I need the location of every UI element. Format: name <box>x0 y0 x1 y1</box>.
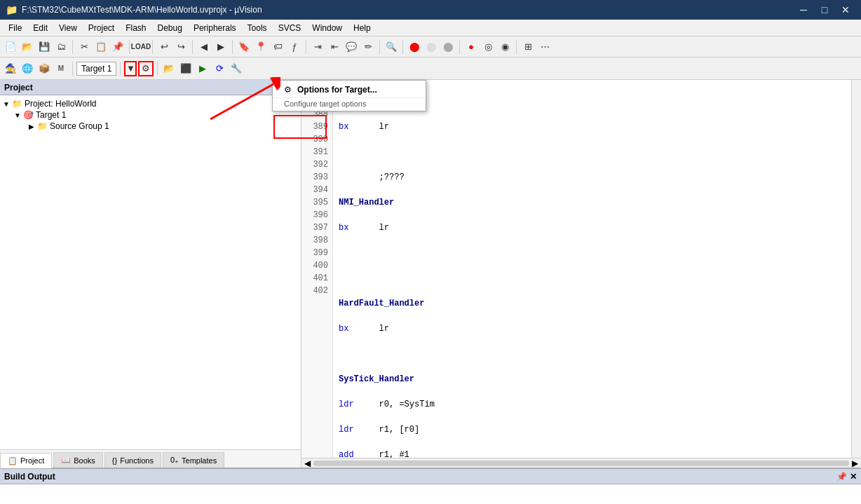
build-output-panel: Build Output 📌 ✕ <box>0 468 861 504</box>
tree-item-source-group[interactable]: ▶ 📁 Source Group 1 <box>0 121 301 132</box>
open-src-btn[interactable]: 📂 <box>161 61 177 76</box>
code-line-390: NMI_Handler <box>339 196 846 209</box>
paste-btn[interactable]: 📌 <box>110 39 126 55</box>
view-btn[interactable]: ⊞ <box>520 39 536 55</box>
tab-books-label: Books <box>74 456 95 465</box>
open-btn[interactable]: 📂 <box>20 39 35 55</box>
dbg-btn[interactable]: ⬤ <box>407 39 422 55</box>
menu-edit[interactable]: Edit <box>27 22 53 34</box>
target-label: Target 1 <box>36 110 66 120</box>
tab-templates[interactable]: 0₊ Templates <box>163 452 224 468</box>
code-content[interactable]: pop {r0 - r3} bx lr ;???? NMI_Handler bx… <box>333 80 851 458</box>
minimize-button[interactable]: ─ <box>794 2 813 18</box>
debug-start-btn[interactable]: 🔧 <box>229 61 244 76</box>
title-bar-left: 📁 F:\STM32\CubeMXtTest\MDK-ARM\HelloWorl… <box>6 4 262 15</box>
build-btn[interactable]: ▶ <box>195 61 210 76</box>
tab-books-icon: 📖 <box>61 456 71 465</box>
manage-btn[interactable]: 📦 <box>36 61 52 76</box>
code-line-387: bx lr <box>339 121 846 133</box>
menu-file[interactable]: File <box>3 22 27 34</box>
project-env-btn[interactable]: 🌐 <box>20 61 35 76</box>
options-for-target-menu-item[interactable]: ⚙ Options for Target... <box>273 82 426 97</box>
func-btn[interactable]: ƒ <box>287 39 302 55</box>
tab-templates-label: Templates <box>182 456 217 465</box>
sep9 <box>459 40 460 54</box>
options-for-target-btn[interactable]: ⚙ <box>138 61 154 76</box>
code-line-389: ;???? <box>339 171 846 184</box>
menu-tools[interactable]: Tools <box>242 22 273 34</box>
tree-item-project[interactable]: ▼ 📁 Project: HelloWorld <box>0 98 301 109</box>
cut-btn[interactable]: ✂ <box>76 39 92 55</box>
title-controls: ─ □ ✕ <box>794 2 855 18</box>
save-all-btn[interactable]: 🗂 <box>53 39 69 55</box>
nav-fwd-btn[interactable]: ▶ <box>213 39 229 55</box>
undo-btn[interactable]: ↩ <box>156 39 172 55</box>
code-line-400: add r1, #1 <box>339 449 846 458</box>
rebuild-btn[interactable]: ⟳ <box>212 61 227 76</box>
tab-project[interactable]: 📋 Project <box>0 453 52 468</box>
sep1 <box>72 40 73 54</box>
expander-project[interactable]: ▼ <box>3 100 10 108</box>
tab-project-label: Project <box>20 456 44 465</box>
run-btn[interactable]: ● <box>463 39 479 55</box>
menu-debug[interactable]: Debug <box>152 22 188 34</box>
menu-project[interactable]: Project <box>83 22 120 34</box>
build-multiproject-btn[interactable]: M <box>53 61 69 76</box>
app-icon: 📁 <box>6 4 18 15</box>
run3-btn[interactable]: ◉ <box>497 39 513 55</box>
load-btn[interactable]: LOAD <box>133 39 149 55</box>
expander-source[interactable]: ▶ <box>28 123 35 130</box>
build-pin-btn[interactable]: 📌 <box>836 472 847 482</box>
run2-btn[interactable]: ◎ <box>480 39 496 55</box>
redo-btn[interactable]: ↪ <box>173 39 189 55</box>
menu-view[interactable]: View <box>53 22 83 34</box>
tab-functions[interactable]: {} Functions <box>104 452 161 468</box>
project-panel-title: Project <box>4 83 33 93</box>
close-src-btn[interactable]: ⬛ <box>178 61 194 76</box>
expander-target[interactable]: ▼ <box>14 111 21 119</box>
scroll-left-btn[interactable]: ◀ <box>304 458 311 468</box>
more-btn[interactable]: ⋯ <box>537 39 552 55</box>
bookmark3-btn[interactable]: 🏷 <box>270 39 285 55</box>
comment-btn[interactable]: 💬 <box>344 39 359 55</box>
bookmark-btn[interactable]: 🔖 <box>236 39 252 55</box>
indent-btn[interactable]: ⇥ <box>310 39 325 55</box>
save-btn[interactable]: 💾 <box>36 39 52 55</box>
maximize-button[interactable]: □ <box>815 2 834 18</box>
build-output-title: Build Output <box>4 472 55 482</box>
source-group-label: Source Group 1 <box>50 121 109 131</box>
tab-books[interactable]: 📖 Books <box>53 452 103 468</box>
options-tooltip: Configure target options <box>273 97 426 109</box>
indent2-btn[interactable]: ⇤ <box>327 39 342 55</box>
menu-svcs[interactable]: SVCS <box>273 22 307 34</box>
copy-btn[interactable]: 📋 <box>93 39 109 55</box>
scroll-right-btn[interactable]: ▶ <box>852 458 858 468</box>
menu-help[interactable]: Help <box>348 22 377 34</box>
close-button[interactable]: ✕ <box>836 2 855 18</box>
code-vertical-scrollbar[interactable] <box>851 80 861 458</box>
nav-back-btn[interactable]: ◀ <box>196 39 212 55</box>
dbg2-btn[interactable]: ⬤ <box>423 39 439 55</box>
search-btn[interactable]: 🔍 <box>384 39 399 55</box>
code-scroll-area[interactable]: 386 387 388 389 390 391 392 393 394 395 … <box>301 80 861 458</box>
target-options-dropdown-btn[interactable]: ▼ <box>124 61 137 76</box>
uncomment-btn[interactable]: ✏ <box>360 39 376 55</box>
build-output-header: Build Output 📌 ✕ <box>0 469 861 484</box>
new-file-btn[interactable]: 📄 <box>3 39 18 55</box>
target-selector[interactable]: Target 1 <box>76 62 116 76</box>
menu-flash[interactable]: Flash <box>120 22 151 34</box>
menu-window[interactable]: Window <box>306 22 348 34</box>
menu-peripherals[interactable]: Peripherals <box>188 22 242 34</box>
dbg3-btn[interactable]: ⬤ <box>440 39 456 55</box>
code-line-394: HardFault_Handler <box>339 297 846 310</box>
build-header-buttons: 📌 ✕ <box>836 472 857 482</box>
tree-item-target[interactable]: ▼ 🎯 Target 1 <box>0 109 301 121</box>
title-text: F:\STM32\CubeMXtTest\MDK-ARM\HelloWorld.… <box>22 5 262 15</box>
project-wizard-btn[interactable]: 🧙 <box>3 61 18 76</box>
code-horizontal-scrollbar[interactable]: ◀ ▶ <box>301 458 861 468</box>
build-close-btn[interactable]: ✕ <box>850 472 857 482</box>
code-line-388 <box>339 146 846 158</box>
bookmark2-btn[interactable]: 📍 <box>253 39 269 55</box>
target-tree-icon: 🎯 <box>23 110 34 120</box>
code-line-393 <box>339 272 846 285</box>
